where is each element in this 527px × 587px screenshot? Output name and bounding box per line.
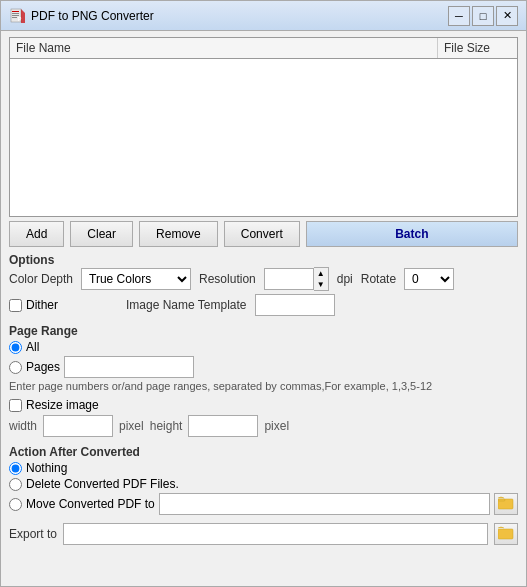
page-range-label: Page Range xyxy=(9,324,518,338)
width-input[interactable]: 0 xyxy=(43,415,113,437)
nothing-radio-row: Nothing xyxy=(9,461,518,475)
resolution-label: Resolution xyxy=(199,272,256,286)
move-radio[interactable] xyxy=(9,498,22,511)
move-label: Move Converted PDF to xyxy=(26,497,155,511)
export-row: Export to xyxy=(9,523,518,545)
all-label: All xyxy=(26,340,39,354)
width-unit: pixel xyxy=(119,419,144,433)
export-input[interactable] xyxy=(63,523,488,545)
export-folder-button[interactable] xyxy=(494,523,518,545)
delete-radio[interactable] xyxy=(9,478,22,491)
resolution-input[interactable]: 150 xyxy=(264,268,314,290)
height-unit: pixel xyxy=(264,419,289,433)
main-window: P PDF to PNG Converter ─ □ ✕ File Name F… xyxy=(0,0,527,587)
nothing-label: Nothing xyxy=(26,461,67,475)
width-label: width xyxy=(9,419,37,433)
move-input[interactable] xyxy=(159,493,490,515)
col-filename: File Name xyxy=(10,38,437,58)
pages-label: Pages xyxy=(26,360,60,374)
rotate-select[interactable]: 0 90 180 270 xyxy=(404,268,454,290)
dither-label: Dither xyxy=(26,298,58,312)
options-label: Options xyxy=(9,253,518,267)
content-area: File Name File Size Add Clear Remove Con… xyxy=(1,31,526,586)
window-title: PDF to PNG Converter xyxy=(31,9,448,23)
export-label: Export to xyxy=(9,527,57,541)
delete-label: Delete Converted PDF Files. xyxy=(26,477,179,491)
pages-input[interactable] xyxy=(64,356,194,378)
svg-rect-2 xyxy=(12,13,19,14)
file-list: File Name File Size xyxy=(9,37,518,217)
resize-label: Resize image xyxy=(26,398,99,412)
dpi-label: dpi xyxy=(337,272,353,286)
col-filesize: File Size xyxy=(437,38,517,58)
convert-button[interactable]: Convert xyxy=(224,221,300,247)
action-section: Action After Converted Nothing Delete Co… xyxy=(9,443,518,515)
rotate-label: Rotate xyxy=(361,272,396,286)
resize-section: Resize image width 0 pixel height 0 pixe… xyxy=(9,398,518,437)
img-name-label: Image Name Template xyxy=(126,298,247,312)
add-button[interactable]: Add xyxy=(9,221,64,247)
options-row1: Color Depth True Colors 256 Colors 16 Co… xyxy=(9,267,518,291)
folder-icon xyxy=(498,496,514,513)
svg-rect-8 xyxy=(498,499,505,501)
color-depth-label: Color Depth xyxy=(9,272,73,286)
resolution-spinner: 150 ▲ ▼ xyxy=(264,267,329,291)
img-name-input[interactable]: -### xyxy=(255,294,335,316)
svg-rect-4 xyxy=(12,17,17,18)
move-folder-button[interactable] xyxy=(494,493,518,515)
pages-radio-row: Pages xyxy=(9,356,518,378)
batch-button[interactable]: Batch xyxy=(306,221,518,247)
delete-radio-row: Delete Converted PDF Files. xyxy=(9,477,518,491)
resize-checkbox[interactable] xyxy=(9,399,22,412)
clear-button[interactable]: Clear xyxy=(70,221,133,247)
dither-checkbox[interactable] xyxy=(9,299,22,312)
all-radio[interactable] xyxy=(9,341,22,354)
height-input[interactable]: 0 xyxy=(188,415,258,437)
window-controls: ─ □ ✕ xyxy=(448,6,518,26)
options-row2: Dither Image Name Template -### xyxy=(9,294,518,316)
resolution-spinner-buttons: ▲ ▼ xyxy=(314,267,329,291)
remove-button[interactable]: Remove xyxy=(139,221,218,247)
resolution-down-button[interactable]: ▼ xyxy=(314,279,328,290)
export-folder-icon xyxy=(498,526,514,543)
all-radio-row: All xyxy=(9,340,518,354)
action-label: Action After Converted xyxy=(9,445,518,459)
minimize-button[interactable]: ─ xyxy=(448,6,470,26)
pages-radio[interactable] xyxy=(9,361,22,374)
title-bar: P PDF to PNG Converter ─ □ ✕ xyxy=(1,1,526,31)
nothing-radio[interactable] xyxy=(9,462,22,475)
svg-rect-1 xyxy=(12,11,19,12)
action-buttons: Add Clear Remove Convert Batch xyxy=(9,221,518,247)
color-depth-select[interactable]: True Colors 256 Colors 16 Colors Graysca… xyxy=(81,268,191,290)
height-label: height xyxy=(150,419,183,433)
svg-rect-9 xyxy=(498,529,513,539)
close-button[interactable]: ✕ xyxy=(496,6,518,26)
page-hint: Enter page numbers or/and page ranges, s… xyxy=(9,380,518,392)
resolution-up-button[interactable]: ▲ xyxy=(314,268,328,279)
resize-row: width 0 pixel height 0 pixel xyxy=(9,415,518,437)
file-list-body[interactable] xyxy=(10,59,517,216)
svg-marker-5 xyxy=(21,9,25,23)
dither-checkbox-row: Dither xyxy=(9,298,58,312)
options-section: Options Color Depth True Colors 256 Colo… xyxy=(9,251,518,316)
app-icon: P xyxy=(9,8,25,24)
move-radio-row: Move Converted PDF to xyxy=(9,493,518,515)
resize-checkbox-row: Resize image xyxy=(9,398,518,412)
file-list-header: File Name File Size xyxy=(10,38,517,59)
maximize-button[interactable]: □ xyxy=(472,6,494,26)
page-range-section: Page Range All Pages Enter page numbers … xyxy=(9,322,518,392)
